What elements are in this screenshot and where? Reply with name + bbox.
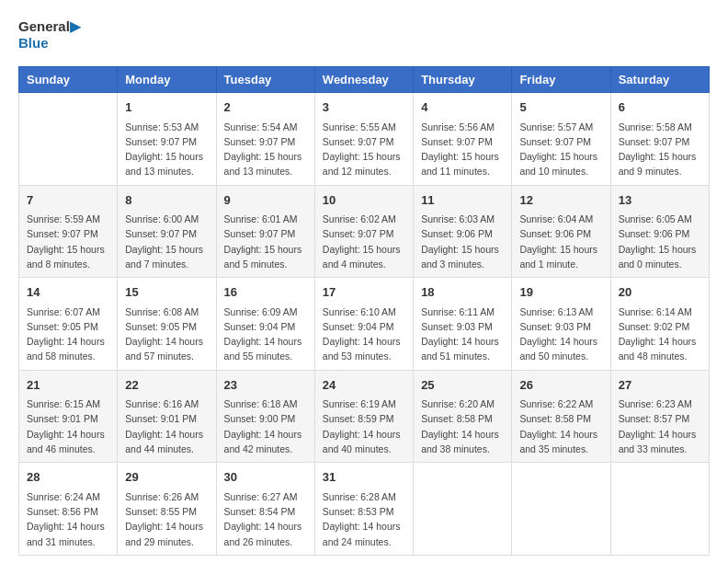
day-number: 24 [323, 376, 405, 395]
day-number: 7 [27, 191, 109, 210]
day-number: 29 [125, 468, 208, 487]
day-number: 10 [323, 191, 405, 210]
day-info: Sunrise: 6:23 AMSunset: 8:57 PMDaylight:… [619, 396, 701, 456]
day-info: Sunrise: 6:04 AMSunset: 9:06 PMDaylight:… [519, 212, 602, 271]
day-cell: 9Sunrise: 6:01 AMSunset: 9:07 PMDaylight… [216, 185, 314, 278]
day-info: Sunrise: 6:27 AMSunset: 8:54 PMDaylight:… [224, 489, 307, 549]
day-cell: 23Sunrise: 6:18 AMSunset: 9:00 PMDayligh… [216, 370, 314, 463]
day-info: Sunrise: 5:54 AMSunset: 9:07 PMDaylight:… [224, 120, 307, 179]
day-info: Sunrise: 6:10 AMSunset: 9:04 PMDaylight:… [323, 304, 405, 364]
logo-text: General▶ Blue [18, 18, 81, 52]
day-number: 12 [519, 191, 602, 210]
day-cell: 17Sunrise: 6:10 AMSunset: 9:04 PMDayligh… [314, 278, 413, 371]
day-cell: 6Sunrise: 5:58 AMSunset: 9:07 PMDaylight… [610, 93, 709, 186]
day-number: 22 [125, 376, 208, 395]
day-number: 31 [323, 468, 405, 487]
day-number: 17 [323, 283, 405, 302]
calendar-table: SundayMondayTuesdayWednesdayThursdayFrid… [18, 66, 710, 556]
day-info: Sunrise: 6:05 AMSunset: 9:06 PMDaylight:… [619, 212, 701, 271]
day-number: 21 [27, 376, 109, 395]
day-cell [512, 463, 610, 556]
day-number: 13 [619, 191, 701, 210]
day-cell: 20Sunrise: 6:14 AMSunset: 9:02 PMDayligh… [610, 278, 709, 371]
day-info: Sunrise: 6:13 AMSunset: 9:03 PMDaylight:… [519, 304, 602, 364]
col-header-sunday: Sunday [19, 67, 118, 93]
day-number: 2 [224, 98, 307, 117]
col-header-thursday: Thursday [414, 67, 512, 93]
day-cell [610, 463, 709, 556]
day-info: Sunrise: 6:03 AMSunset: 9:06 PMDaylight:… [421, 212, 504, 271]
day-cell: 13Sunrise: 6:05 AMSunset: 9:06 PMDayligh… [610, 185, 709, 278]
day-number: 23 [224, 376, 307, 395]
day-number: 8 [125, 191, 208, 210]
day-info: Sunrise: 6:22 AMSunset: 8:58 PMDaylight:… [519, 396, 602, 456]
day-cell: 16Sunrise: 6:09 AMSunset: 9:04 PMDayligh… [216, 278, 314, 371]
day-number: 15 [125, 283, 208, 302]
day-number: 20 [619, 283, 701, 302]
day-info: Sunrise: 5:55 AMSunset: 9:07 PMDaylight:… [323, 120, 405, 179]
day-info: Sunrise: 5:59 AMSunset: 9:07 PMDaylight:… [27, 212, 109, 271]
day-cell: 2Sunrise: 5:54 AMSunset: 9:07 PMDaylight… [216, 93, 314, 186]
day-info: Sunrise: 5:56 AMSunset: 9:07 PMDaylight:… [421, 120, 504, 179]
day-number: 1 [125, 98, 208, 117]
day-cell: 24Sunrise: 6:19 AMSunset: 8:59 PMDayligh… [314, 370, 413, 463]
day-cell: 30Sunrise: 6:27 AMSunset: 8:54 PMDayligh… [216, 463, 314, 556]
day-number: 3 [323, 98, 405, 117]
col-header-saturday: Saturday [610, 67, 709, 93]
day-info: Sunrise: 6:01 AMSunset: 9:07 PMDaylight:… [224, 212, 307, 271]
day-cell: 14Sunrise: 6:07 AMSunset: 9:05 PMDayligh… [19, 278, 118, 371]
day-cell: 10Sunrise: 6:02 AMSunset: 9:07 PMDayligh… [314, 185, 413, 278]
week-row-4: 21Sunrise: 6:15 AMSunset: 9:01 PMDayligh… [19, 370, 710, 463]
day-info: Sunrise: 6:08 AMSunset: 9:05 PMDaylight:… [125, 304, 208, 364]
day-cell: 3Sunrise: 5:55 AMSunset: 9:07 PMDaylight… [314, 93, 413, 186]
day-info: Sunrise: 6:20 AMSunset: 8:58 PMDaylight:… [421, 396, 504, 456]
day-cell: 18Sunrise: 6:11 AMSunset: 9:03 PMDayligh… [414, 278, 512, 371]
day-cell: 8Sunrise: 6:00 AMSunset: 9:07 PMDaylight… [118, 185, 216, 278]
day-number: 26 [519, 376, 602, 395]
day-number: 30 [224, 468, 307, 487]
day-number: 6 [619, 98, 701, 117]
day-info: Sunrise: 6:07 AMSunset: 9:05 PMDaylight:… [27, 304, 109, 364]
col-header-tuesday: Tuesday [216, 67, 314, 93]
day-number: 18 [421, 283, 504, 302]
day-cell: 1Sunrise: 5:53 AMSunset: 9:07 PMDaylight… [118, 93, 216, 186]
day-info: Sunrise: 6:18 AMSunset: 9:00 PMDaylight:… [224, 396, 307, 456]
day-number: 9 [224, 191, 307, 210]
col-header-monday: Monday [118, 67, 216, 93]
page-header: General▶ Blue [18, 18, 710, 52]
day-cell: 19Sunrise: 6:13 AMSunset: 9:03 PMDayligh… [512, 278, 610, 371]
day-cell: 7Sunrise: 5:59 AMSunset: 9:07 PMDaylight… [19, 185, 118, 278]
day-number: 16 [224, 283, 307, 302]
logo: General▶ Blue [18, 18, 81, 52]
day-cell [414, 463, 512, 556]
week-row-1: 1Sunrise: 5:53 AMSunset: 9:07 PMDaylight… [19, 93, 710, 186]
week-row-3: 14Sunrise: 6:07 AMSunset: 9:05 PMDayligh… [19, 278, 710, 371]
day-info: Sunrise: 6:19 AMSunset: 8:59 PMDaylight:… [323, 396, 405, 456]
day-info: Sunrise: 6:16 AMSunset: 9:01 PMDaylight:… [125, 396, 208, 456]
day-cell: 26Sunrise: 6:22 AMSunset: 8:58 PMDayligh… [512, 370, 610, 463]
day-info: Sunrise: 6:09 AMSunset: 9:04 PMDaylight:… [224, 304, 307, 364]
day-number: 25 [421, 376, 504, 395]
day-cell: 25Sunrise: 6:20 AMSunset: 8:58 PMDayligh… [414, 370, 512, 463]
day-info: Sunrise: 5:53 AMSunset: 9:07 PMDaylight:… [125, 120, 208, 179]
day-info: Sunrise: 6:28 AMSunset: 8:53 PMDaylight:… [323, 489, 405, 549]
day-info: Sunrise: 6:02 AMSunset: 9:07 PMDaylight:… [323, 212, 405, 271]
day-info: Sunrise: 6:11 AMSunset: 9:03 PMDaylight:… [421, 304, 504, 364]
day-number: 28 [27, 468, 109, 487]
day-cell: 31Sunrise: 6:28 AMSunset: 8:53 PMDayligh… [314, 463, 413, 556]
day-info: Sunrise: 6:14 AMSunset: 9:02 PMDaylight:… [619, 304, 701, 364]
day-cell: 12Sunrise: 6:04 AMSunset: 9:06 PMDayligh… [512, 185, 610, 278]
header-row: SundayMondayTuesdayWednesdayThursdayFrid… [19, 67, 710, 93]
day-info: Sunrise: 5:57 AMSunset: 9:07 PMDaylight:… [519, 120, 602, 179]
day-cell: 27Sunrise: 6:23 AMSunset: 8:57 PMDayligh… [610, 370, 709, 463]
day-number: 19 [519, 283, 602, 302]
day-number: 27 [619, 376, 701, 395]
day-number: 4 [421, 98, 504, 117]
week-row-5: 28Sunrise: 6:24 AMSunset: 8:56 PMDayligh… [19, 463, 710, 556]
day-cell: 21Sunrise: 6:15 AMSunset: 9:01 PMDayligh… [19, 370, 118, 463]
day-info: Sunrise: 6:26 AMSunset: 8:55 PMDaylight:… [125, 489, 208, 549]
week-row-2: 7Sunrise: 5:59 AMSunset: 9:07 PMDaylight… [19, 185, 710, 278]
day-cell: 4Sunrise: 5:56 AMSunset: 9:07 PMDaylight… [414, 93, 512, 186]
day-cell: 11Sunrise: 6:03 AMSunset: 9:06 PMDayligh… [414, 185, 512, 278]
day-cell: 22Sunrise: 6:16 AMSunset: 9:01 PMDayligh… [118, 370, 216, 463]
